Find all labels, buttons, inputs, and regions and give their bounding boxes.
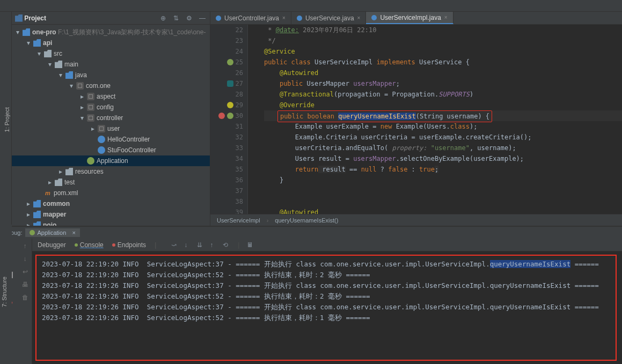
debug-inner-tabs: Debugger Console Endpoints | ⤻ ↓ ⇊ ↑ ⟲ |… [32,239,622,251]
tab-userservice[interactable]: UserService.java× [291,12,367,24]
project-icon [15,14,23,22]
hide-icon[interactable]: — [199,14,207,22]
module-icon [23,28,30,36]
wrap-icon[interactable]: ↩ [21,268,30,276]
debug-panel: Debug: Application × ↻ ▶ ❚❚ ■ ●● ⊘ ↑ ↓ ↩… [0,226,622,364]
debug-app-tab[interactable]: Application × [25,228,79,237]
close-icon[interactable]: × [444,14,448,20]
gear-icon[interactable]: ⚙ [186,14,194,22]
step-over-icon[interactable]: ⤻ [171,241,179,249]
side-tab-project[interactable]: 1: Project [3,105,11,134]
step-into-icon[interactable]: ↓ [184,241,192,249]
tab-debugger[interactable]: Debugger [38,241,66,249]
evaluate-icon[interactable]: 🖩 [247,241,254,249]
force-step-icon[interactable]: ⇊ [197,241,204,249]
side-tab-structure[interactable]: 7: Structure [0,274,9,309]
spring-run-icon [87,157,94,165]
gutter-bean-icon[interactable] [227,80,233,87]
tab-endpoints[interactable]: Endpoints [112,241,146,249]
clear-icon[interactable]: 🗑 [21,293,30,302]
gutter[interactable]: 222324 25 26 27 28 29 30 313233343536373… [210,25,248,214]
project-panel: Project ⊕ ⇅ ⚙ — one-pro F:\1_视频资料\3_Java… [12,12,210,226]
console-output[interactable]: 2023-07-18 22:19:20 INFO ServiceLogAspec… [35,255,617,361]
code-editor[interactable]: 222324 25 26 27 28 29 30 313233343536373… [210,25,622,214]
spring-icon [30,230,35,235]
folder-icon [33,39,41,47]
drop-frame-icon[interactable]: ⟲ [223,241,230,249]
editor-tabs: UserController.java× UserService.java× U… [210,12,622,25]
gutter-warn-icon[interactable] [227,102,233,108]
toolbar [0,0,622,12]
target-icon[interactable]: ⊕ [160,14,168,22]
tab-usercontroller[interactable]: UserController.java× [210,12,291,24]
endpoints-icon [112,243,115,247]
print-icon[interactable]: 🖶 [21,280,30,289]
gutter-spring-icon[interactable] [227,59,233,65]
left-tool-tabs: 1: Project [0,12,12,226]
step-out-icon[interactable]: ↑ [210,241,217,249]
tab-userserviceimpl[interactable]: UserServiceImpl.java× [366,12,453,24]
close-icon[interactable]: × [72,229,75,236]
expand-icon[interactable]: ⇅ [173,14,181,22]
down-icon[interactable]: ↓ [21,255,30,263]
console-icon [75,243,78,247]
up-icon[interactable]: ↑ [21,242,30,250]
close-icon[interactable]: × [357,15,361,21]
gutter-impl-icon[interactable] [218,113,225,119]
maven-icon: m [44,189,52,197]
debug-left-toolbar-2: ↑ ↓ ↩ 🖶 🗑 [18,239,32,364]
close-icon[interactable]: × [282,15,286,21]
project-title: Project [24,14,46,22]
project-tree[interactable]: one-pro F:\1_视频资料\3_Java架构师-技术专家\1_code\… [12,25,210,226]
tab-console[interactable]: Console [75,241,104,249]
breadcrumb[interactable]: UserServiceImpl›queryUsernameIsExist() [210,214,622,226]
